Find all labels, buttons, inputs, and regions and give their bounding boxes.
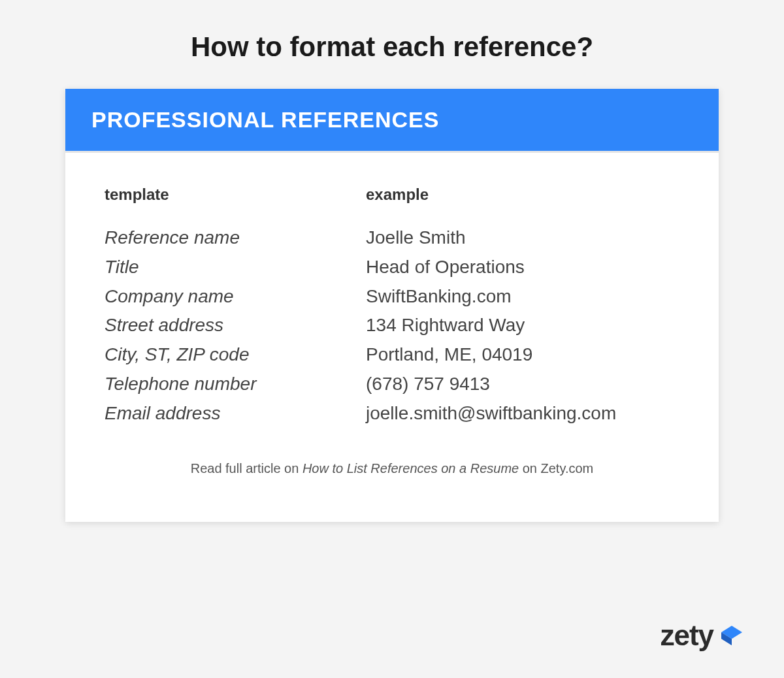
footer-suffix: on Zety.com <box>519 461 593 476</box>
template-line: City, ST, ZIP code <box>105 340 327 370</box>
reference-card: PROFESSIONAL REFERENCES template Referen… <box>65 89 719 522</box>
template-line: Telephone number <box>105 370 327 399</box>
brand-name: zety <box>660 619 713 652</box>
example-line: 134 Rightward Way <box>366 311 679 340</box>
example-column: example Joelle Smith Head of Operations … <box>366 186 679 428</box>
example-line: (678) 757 9413 <box>366 370 679 399</box>
brand-mark-icon <box>717 622 745 649</box>
card-header: PROFESSIONAL REFERENCES <box>65 89 719 153</box>
example-heading: example <box>366 186 679 204</box>
example-line: joelle.smith@swiftbanking.com <box>366 399 679 428</box>
example-line: Joelle Smith <box>366 223 679 253</box>
template-line: Email address <box>105 399 327 428</box>
card-body: template Reference name Title Company na… <box>65 153 719 522</box>
template-heading: template <box>105 186 327 204</box>
example-line: SwiftBanking.com <box>366 282 679 312</box>
template-column: template Reference name Title Company na… <box>105 186 327 428</box>
template-line: Company name <box>105 282 327 312</box>
template-line: Street address <box>105 311 327 340</box>
example-line: Head of Operations <box>366 253 679 282</box>
example-line: Portland, ME, 04019 <box>366 340 679 370</box>
template-line: Title <box>105 253 327 282</box>
brand-logo: zety <box>660 619 745 652</box>
page-title: How to format each reference? <box>0 0 784 89</box>
footer-note: Read full article on How to List Referen… <box>105 428 679 502</box>
footer-article-title: How to List References on a Resume <box>302 461 519 476</box>
footer-prefix: Read full article on <box>191 461 302 476</box>
template-line: Reference name <box>105 223 327 253</box>
